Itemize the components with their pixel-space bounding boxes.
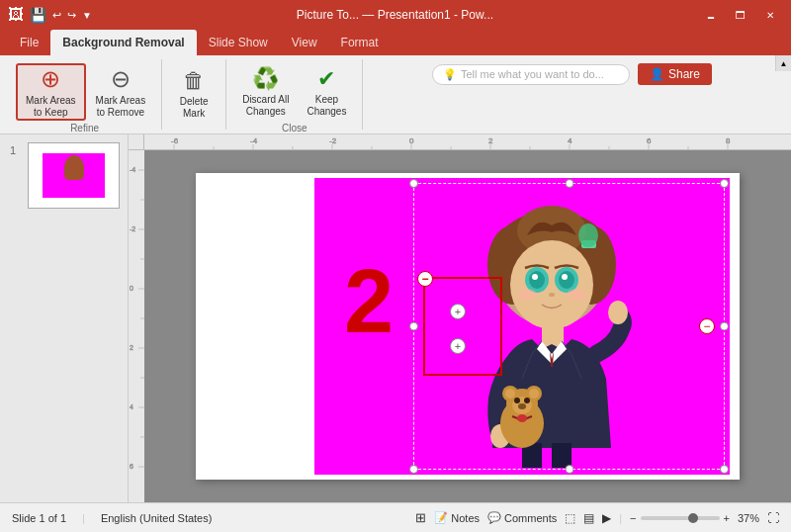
ribbon-group-close: ♻️ Discard AllChanges ✔ KeepChanges Clos…: [226, 59, 363, 130]
slide-thumb-inner: [29, 143, 119, 208]
region-plus-2[interactable]: +: [450, 338, 466, 354]
handle-tm[interactable]: [565, 179, 573, 188]
keep-label: KeepChanges: [307, 94, 346, 118]
share-icon: 👤: [650, 67, 664, 81]
grid-view-icon[interactable]: ⊞: [415, 510, 426, 525]
svg-text:6: 6: [647, 136, 652, 145]
handle-ml[interactable]: [409, 322, 418, 331]
comment-icon: 💬: [487, 511, 501, 524]
reading-view-icon[interactable]: ▤: [583, 511, 594, 525]
tab-view[interactable]: View: [280, 30, 329, 55]
fit-window-btn[interactable]: ⛶: [767, 511, 779, 525]
status-bar: Slide 1 of 1 | English (United States) ⊞…: [0, 502, 791, 532]
slide-number: 1: [10, 144, 16, 156]
quick-access-more[interactable]: ▼: [82, 10, 92, 21]
tab-format[interactable]: Format: [329, 30, 391, 55]
status-bar-right: ⊞ 📝 Notes 💬 Comments ⬚ ▤ ▶ | − + 37% ⛶: [415, 510, 779, 525]
zoom-track[interactable]: [641, 516, 720, 520]
app-icon: 🖼: [8, 6, 24, 24]
slide-panel-item: 1: [28, 142, 120, 209]
canvas[interactable]: 2: [144, 150, 791, 502]
zoom-control: − +: [630, 512, 730, 524]
close-btn[interactable]: ✕: [757, 5, 783, 25]
window-controls: 🗕 🗖 ✕: [698, 5, 783, 25]
region-plus-1[interactable]: +: [450, 304, 466, 319]
zoom-in-btn[interactable]: +: [724, 512, 730, 524]
big-number: 2: [344, 257, 394, 346]
quick-access-redo[interactable]: ↪: [67, 9, 76, 22]
slide-show-icon[interactable]: ▶: [602, 511, 611, 525]
delete-mark-btn[interactable]: 🗑 DeleteMark: [170, 65, 218, 123]
delete-mark-icon: 🗑: [183, 68, 205, 94]
slide-content: 2: [196, 173, 740, 480]
slide-thumbnail[interactable]: [28, 142, 120, 209]
svg-text:4: 4: [568, 136, 572, 145]
collapse-ribbon-btn[interactable]: ▲: [775, 55, 791, 71]
slide-panel: 1: [0, 134, 129, 502]
region-minus-handle[interactable]: −: [417, 271, 433, 287]
svg-text:8: 8: [726, 136, 731, 145]
ruler-horizontal: -6 -4 -2 0 2 4 6 8: [144, 134, 791, 150]
notes-icon: 📝: [434, 511, 448, 524]
tab-background-removal[interactable]: Background Removal: [50, 30, 196, 55]
presentation-view-icon[interactable]: ⬚: [565, 511, 575, 525]
language: English (United States): [101, 512, 213, 524]
notes-status-btn[interactable]: 📝 Notes: [434, 511, 480, 524]
handle-tr[interactable]: [720, 179, 729, 188]
svg-text:0: 0: [409, 136, 414, 145]
svg-rect-24: [129, 150, 144, 502]
svg-text:-4: -4: [250, 136, 258, 145]
discard-icon: ♻️: [252, 66, 279, 92]
tell-me-bar: 💡 Tell me what you want to do... 👤 Share: [432, 63, 712, 85]
handle-tl[interactable]: [409, 179, 418, 188]
delete-mark-label: DeleteMark: [180, 96, 209, 120]
svg-text:4: 4: [130, 403, 133, 410]
tab-file[interactable]: File: [8, 30, 50, 55]
mark-areas-remove-btn[interactable]: ⊖ Mark Areasto Remove: [88, 63, 154, 121]
svg-text:-2: -2: [329, 136, 337, 145]
canvas-area: -6 -4 -2 0 2 4 6 8: [129, 134, 791, 502]
svg-text:0: 0: [130, 285, 133, 292]
slide-image-area: 2: [314, 178, 730, 475]
handle-br[interactable]: [720, 465, 729, 474]
handle-mr[interactable]: [720, 322, 729, 331]
ruler-corner: [129, 134, 144, 150]
lightbulb-icon: 💡: [443, 68, 457, 81]
main-area: 1 -6: [0, 134, 791, 502]
zoom-out-btn[interactable]: −: [630, 512, 636, 524]
svg-text:-6: -6: [171, 136, 179, 145]
share-button[interactable]: 👤 Share: [638, 63, 712, 85]
status-divider-2: |: [619, 512, 622, 524]
quick-access-undo[interactable]: ↩: [52, 9, 61, 22]
svg-text:-4: -4: [130, 166, 135, 173]
tell-me-placeholder: Tell me what you want to do...: [461, 68, 604, 80]
maximize-btn[interactable]: 🗖: [728, 5, 753, 25]
ribbon-tabs: File Background Removal Slide Show View …: [0, 30, 791, 55]
keep-changes-btn[interactable]: ✔ KeepChanges: [299, 63, 354, 121]
title-bar-center: Picture To... — Presentation1 - Pow...: [92, 8, 698, 22]
tell-me-input[interactable]: 💡 Tell me what you want to do...: [432, 64, 630, 85]
zoom-thumb[interactable]: [688, 513, 698, 523]
discard-all-btn[interactable]: ♻️ Discard AllChanges: [234, 63, 297, 121]
minimize-btn[interactable]: 🗕: [698, 5, 724, 25]
region-selection-box: − + +: [423, 277, 502, 376]
refine-label: Refine: [70, 123, 99, 133]
region-minus-right[interactable]: −: [699, 318, 715, 334]
ribbon-group-delete: 🗑 DeleteMark: [162, 59, 226, 130]
ruler-vertical: -4 -2 0 2 4 6: [129, 150, 144, 502]
tab-slide-show[interactable]: Slide Show: [197, 30, 280, 55]
canvas-row: -4 -2 0 2 4 6: [129, 150, 791, 502]
handle-bm[interactable]: [565, 465, 573, 474]
keep-icon: ✔: [317, 66, 335, 92]
ribbon-group-refine: ⊕ Mark Areasto Keep ⊖ Mark Areasto Remov…: [8, 59, 162, 130]
svg-text:6: 6: [130, 463, 133, 470]
window-title: Picture To... — Presentation1 - Pow...: [297, 8, 493, 22]
comments-status-btn[interactable]: 💬 Comments: [487, 511, 557, 524]
mark-keep-icon: ⊕: [41, 65, 60, 93]
handle-bl[interactable]: [409, 465, 418, 474]
svg-text:2: 2: [488, 136, 493, 145]
quick-access-save[interactable]: 💾: [30, 7, 46, 23]
ribbon: ⊕ Mark Areasto Keep ⊖ Mark Areasto Remov…: [0, 55, 791, 134]
svg-text:2: 2: [130, 344, 133, 351]
mark-areas-keep-btn[interactable]: ⊕ Mark Areasto Keep: [16, 63, 86, 121]
